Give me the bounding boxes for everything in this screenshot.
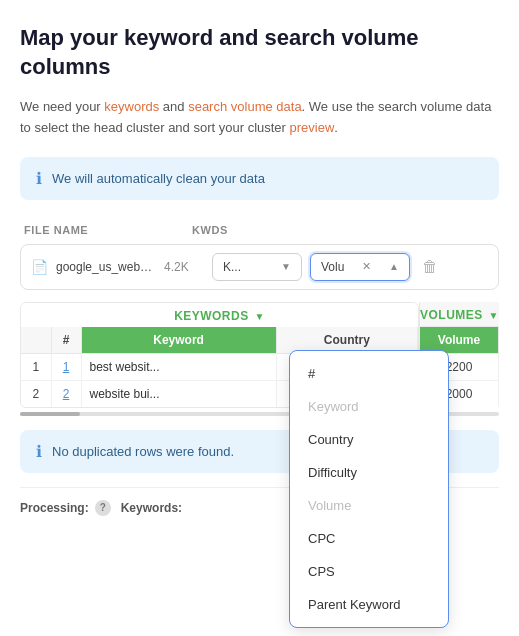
info-banner: ℹ We will automatically clean your data xyxy=(20,157,499,200)
row-id-1[interactable]: 1 xyxy=(51,353,81,380)
columns-header: FILE NAME KWDS xyxy=(20,224,499,236)
no-dup-text: No duplicated rows were found. xyxy=(52,444,234,459)
volume-dropdown-chevron[interactable]: ▲ xyxy=(389,261,399,272)
row-num-1: 1 xyxy=(21,353,51,380)
file-name: google_us_webs... xyxy=(56,260,156,274)
keyword-dropdown-chevron: ▼ xyxy=(281,261,291,272)
file-name-header: FILE NAME xyxy=(20,224,180,236)
row-num-2: 2 xyxy=(21,380,51,407)
col-hash: # xyxy=(51,327,81,354)
scrollbar-thumb xyxy=(20,412,80,416)
no-dup-icon: ℹ xyxy=(36,442,42,461)
volume-highlight: search volume data xyxy=(188,99,301,114)
volume-dropdown-value: Volu xyxy=(321,260,344,274)
info-banner-text: We will automatically clean your data xyxy=(52,171,265,186)
info-icon: ℹ xyxy=(36,169,42,188)
menu-item-keyword: Keyword xyxy=(290,390,448,423)
menu-item-volume: Volume xyxy=(290,489,448,522)
col-keyword: Keyword xyxy=(81,327,276,354)
processing-item: Processing: ? xyxy=(20,500,111,516)
kwds-header: KWDS xyxy=(180,224,240,236)
keywords-item: Keywords: xyxy=(121,501,182,515)
keywords-arrow: ▼ xyxy=(254,311,264,322)
description: We need your keywords and search volume … xyxy=(20,97,499,139)
keywords-label: KEYWORDS ▼ xyxy=(21,303,418,327)
menu-item-country[interactable]: Country xyxy=(290,423,448,456)
file-row: 📄 google_us_webs... 4.2K K... ▼ Volu ✕ ▲… xyxy=(20,244,499,290)
volumes-label: VOLUMES ▼ xyxy=(420,302,499,327)
menu-item-parent-keyword[interactable]: Parent Keyword xyxy=(290,588,448,621)
menu-item-cps[interactable]: CPS xyxy=(290,555,448,588)
menu-item-difficulty[interactable]: Difficulty xyxy=(290,456,448,489)
row-keyword-2: website bui... xyxy=(81,380,276,407)
keyword-dropdown-value: K... xyxy=(223,260,241,274)
trash-icon[interactable]: 🗑 xyxy=(422,258,438,276)
page-wrapper: Map your keyword and search volume colum… xyxy=(0,0,519,532)
row-keyword-1: best websit... xyxy=(81,353,276,380)
preview-highlight: preview xyxy=(290,120,335,135)
file-icon: 📄 xyxy=(31,259,48,275)
file-count: 4.2K xyxy=(164,260,204,274)
row-id-2[interactable]: 2 xyxy=(51,380,81,407)
table-section: KEYWORDS ▼ # Keyword Country xyxy=(20,302,499,416)
page-title: Map your keyword and search volume colum… xyxy=(20,24,499,81)
keyword-dropdown[interactable]: K... ▼ xyxy=(212,253,302,281)
processing-label: Processing: xyxy=(20,501,89,515)
volume-dropdown[interactable]: Volu ✕ ▲ xyxy=(310,253,410,281)
volume-dropdown-clear[interactable]: ✕ xyxy=(362,260,371,273)
volume-dropdown-menu: # Keyword Country Difficulty Volume CPC … xyxy=(289,350,449,628)
keyword-highlight: keywords xyxy=(104,99,159,114)
menu-item-cpc[interactable]: CPC xyxy=(290,522,448,555)
keywords-label-bottom: Keywords: xyxy=(121,501,182,515)
volumes-arrow: ▼ xyxy=(489,310,499,321)
processing-help[interactable]: ? xyxy=(95,500,111,516)
col-empty xyxy=(21,327,51,354)
menu-item-hash[interactable]: # xyxy=(290,357,448,390)
